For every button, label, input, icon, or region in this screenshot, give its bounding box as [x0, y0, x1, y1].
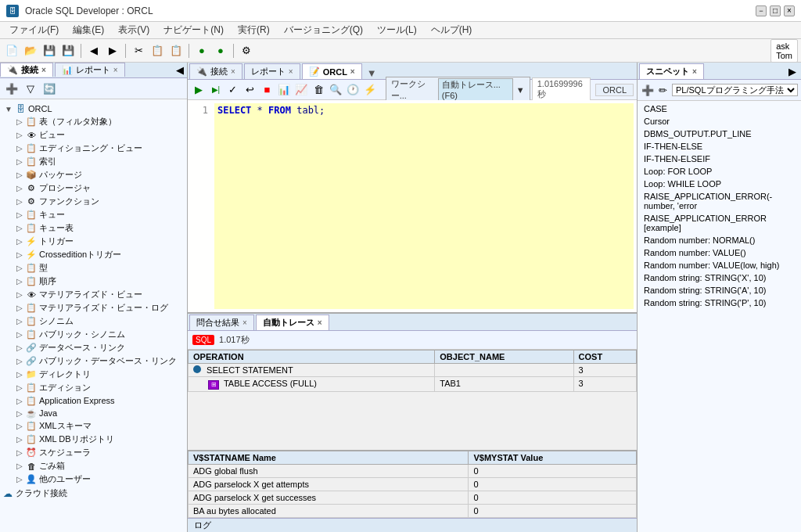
menu-view[interactable]: 表示(V)	[112, 22, 156, 38]
tree-item-matviews[interactable]: ▷ 👁 マテリアライズド・ビュー	[0, 288, 187, 301]
sql-editor[interactable]: 1 SELECT * FROM tabl;	[188, 100, 637, 312]
tab-reports-close[interactable]: ×	[113, 66, 118, 74]
snippet-raise-error[interactable]: RAISE_APPLICATION_ERROR(-number, 'error	[638, 190, 801, 212]
run-button[interactable]: ●	[193, 42, 210, 59]
new-tab-button[interactable]: ▼	[364, 67, 380, 79]
tree-item-apex[interactable]: ▷ 📋 Application Express	[0, 394, 187, 407]
tab-connections-close[interactable]: ×	[41, 66, 46, 74]
tab-query-close[interactable]: ×	[242, 318, 247, 327]
snippet-raise-example[interactable]: RAISE_APPLICATION_ERROR [example]	[638, 212, 801, 234]
snippet-add-button[interactable]: ➕	[641, 81, 655, 99]
table-row[interactable]: SELECT STATEMENT 3	[189, 364, 637, 377]
snippet-category-select[interactable]: PL/SQLプログラミング手法	[672, 84, 798, 96]
new-connection-button[interactable]: ➕	[3, 80, 20, 97]
menu-navigate[interactable]: ナビゲート(N)	[157, 22, 230, 38]
snippet-if-then-elseif[interactable]: IF-THEN-ELSEIF	[638, 153, 801, 165]
explain-button[interactable]: 📊	[276, 81, 292, 99]
tab-reports-main-close[interactable]: ×	[289, 67, 293, 76]
tab-conn-main-close[interactable]: ×	[231, 67, 235, 76]
tab-orcl-close[interactable]: ×	[350, 67, 355, 76]
snippet-rand-str-x[interactable]: Random string: STRING('X', 10)	[638, 271, 801, 284]
right-panel-collapse[interactable]: ▶	[785, 64, 799, 79]
snippet-rand-str-p[interactable]: Random string: STRING('P', 10)	[638, 297, 801, 309]
snippet-case[interactable]: CASE	[638, 102, 801, 115]
filter-button[interactable]: ▽	[22, 80, 39, 97]
tree-item-directories[interactable]: ▷ 📁 ディレクトリ	[0, 368, 187, 381]
worksheet-tab[interactable]: ワークシー... 自動トレース... (F6) ▼	[386, 77, 530, 103]
tree-item-types[interactable]: ▷ 📋 型	[0, 261, 187, 275]
snippet-for-loop[interactable]: Loop: FOR LOOP	[638, 165, 801, 178]
minimize-button[interactable]: －	[756, 5, 767, 16]
tree-item-other-users[interactable]: ▷ 👤 他のユーザー	[0, 473, 187, 486]
tree-item-public-db-links[interactable]: ▷ 🔗 パブリック・データベース・リンク	[0, 354, 187, 368]
menu-edit[interactable]: 編集(E)	[66, 22, 110, 38]
paste-button[interactable]: 📋	[167, 42, 185, 59]
tree-item-editions[interactable]: ▷ 📋 エディション	[0, 381, 187, 394]
format-button[interactable]: ⚡	[362, 81, 378, 99]
menu-run[interactable]: 実行(R)	[232, 22, 276, 38]
tree-item-indexes[interactable]: ▷ 📋 索引	[0, 155, 187, 168]
config-button[interactable]: ⚙	[238, 42, 255, 59]
tree-item-scheduler[interactable]: ▷ ⏰ スケジューラ	[0, 446, 187, 459]
save-button[interactable]: 💾	[41, 42, 58, 59]
tree-item-xml-db[interactable]: ▷ 📋 XML DBリポジトリ	[0, 433, 187, 446]
tree-root[interactable]: ▼ 🗄 ORCL	[0, 102, 187, 115]
snippet-rand-value-range[interactable]: Random number: VALUE(low, high)	[638, 259, 801, 271]
snippet-rand-value[interactable]: Random number: VALUE()	[638, 246, 801, 259]
copy-button[interactable]: 📋	[149, 42, 166, 59]
debug-button[interactable]: ●	[212, 42, 229, 59]
run-script-button[interactable]: ▶|	[208, 81, 224, 99]
snippet-cursor[interactable]: Cursor	[638, 115, 801, 128]
snippet-dbms[interactable]: DBMS_OUTPUT.PUT_LINE	[638, 128, 801, 140]
run-stmt-button[interactable]: ▶	[191, 81, 207, 99]
tree-item-edition-views[interactable]: ▷ 📋 エディショニング・ビュー	[0, 142, 187, 155]
snippet-edit-button[interactable]: ✏	[656, 81, 670, 99]
table-row[interactable]: ⊞ TABLE ACCESS (FULL) TAB1 3	[189, 377, 637, 392]
cut-button[interactable]: ✂	[130, 42, 147, 59]
tree-item-functions[interactable]: ▷ ⚙ ファンクション	[0, 195, 187, 208]
back-button[interactable]: ◀	[85, 42, 102, 59]
forward-button[interactable]: ▶	[104, 42, 121, 59]
sql-content[interactable]: SELECT * FROM tabl;	[214, 103, 634, 309]
tree-item-java[interactable]: ▷ ☕ Java	[0, 407, 187, 419]
log-tab[interactable]: ログ	[188, 518, 637, 532]
tree-item-procedures[interactable]: ▷ ⚙ プロシージャ	[0, 182, 187, 195]
snippet-rand-str-a[interactable]: Random string: STRING('A', 10)	[638, 284, 801, 297]
rollback-button[interactable]: ↩	[242, 81, 258, 99]
menu-help[interactable]: ヘルプ(H)	[425, 22, 479, 38]
tab-connections-main[interactable]: 🔌 接続 ×	[189, 63, 242, 79]
tree-item-queues[interactable]: ▷ 📋 キュー	[0, 208, 187, 221]
new-button[interactable]: 📄	[3, 42, 20, 59]
snippet-while-loop[interactable]: Loop: WHILE LOOP	[638, 178, 801, 190]
tree-item-public-synonyms[interactable]: ▷ 📋 パブリック・シノニム	[0, 328, 187, 341]
menu-tools[interactable]: ツール(L)	[371, 22, 423, 38]
find-button[interactable]: 🔍	[328, 81, 343, 99]
save-all-button[interactable]: 💾	[59, 42, 77, 59]
close-button[interactable]: ×	[784, 5, 795, 16]
tab-reports[interactable]: 📊 レポート ×	[55, 63, 125, 77]
maximize-button[interactable]: □	[770, 5, 781, 16]
tab-connections[interactable]: 🔌 接続 ×	[0, 63, 53, 77]
tree-item-packages[interactable]: ▷ 📦 パッケージ	[0, 168, 187, 182]
tab-reports-main[interactable]: レポート ×	[244, 63, 300, 79]
tree-item-xml-schema[interactable]: ▷ 📋 XMLスキーマ	[0, 419, 187, 433]
tab-snippets-close[interactable]: ×	[692, 67, 697, 76]
stop-button[interactable]: ■	[260, 81, 275, 99]
commit-button[interactable]: ✓	[225, 81, 241, 99]
open-button[interactable]: 📂	[22, 42, 39, 59]
tab-autotrace[interactable]: 自動トレース ×	[256, 315, 329, 330]
tree-item-views[interactable]: ▷ 👁 ビュー	[0, 128, 187, 142]
tree-item-queue-tables[interactable]: ▷ 📋 キュー表	[0, 221, 187, 235]
tab-autotrace-close[interactable]: ×	[318, 318, 322, 327]
snippet-if-then-else[interactable]: IF-THEN-ELSE	[638, 140, 801, 153]
menu-versioning[interactable]: バージョニング(Q)	[278, 22, 369, 38]
tree-item-tables[interactable]: ▷ 📋 表（フィルタ対象）	[0, 115, 187, 128]
panel-collapse-btn[interactable]: ◀	[173, 63, 187, 77]
tree-item-db-links[interactable]: ▷ 🔗 データベース・リンク	[0, 341, 187, 354]
history-button[interactable]: 🕐	[345, 81, 361, 99]
autotrace-btn[interactable]: 📈	[293, 81, 309, 99]
refresh-connections-button[interactable]: 🔄	[41, 80, 58, 97]
tree-item-recycle[interactable]: ▷ 🗑 ごみ箱	[0, 459, 187, 473]
tree-item-triggers[interactable]: ▷ ⚡ トリガー	[0, 235, 187, 248]
tab-query-results[interactable]: 問合せ結果 ×	[189, 315, 254, 330]
